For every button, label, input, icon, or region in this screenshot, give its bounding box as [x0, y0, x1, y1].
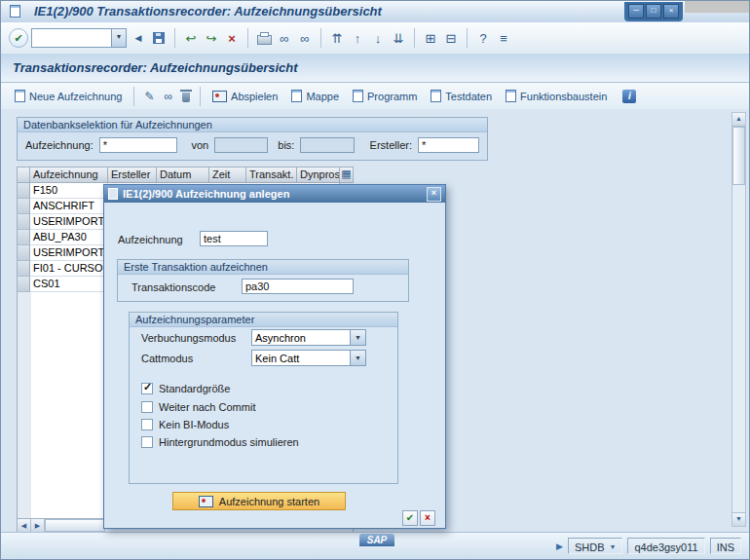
- system-field[interactable]: SHDB ▼: [568, 538, 623, 554]
- ersteller-input[interactable]: *: [418, 137, 479, 153]
- bis-input[interactable]: [300, 137, 354, 153]
- kein-bi-modus-label: Kein BI-Modus: [159, 419, 229, 430]
- row-selector[interactable]: [17, 277, 30, 292]
- minimize-button[interactable]: ─: [628, 4, 644, 19]
- edit-pencil-icon[interactable]: ✎: [140, 88, 158, 105]
- row-selector[interactable]: [17, 245, 30, 261]
- row-selector[interactable]: [17, 199, 30, 214]
- page-down-icon[interactable]: ↓: [369, 28, 387, 48]
- cell-aufzeichnung[interactable]: CS01: [30, 277, 108, 292]
- aufzeichnung-starten-button[interactable]: Aufzeichnung starten: [172, 492, 346, 510]
- find-icon[interactable]: ∞: [276, 28, 293, 48]
- trash-glyph: [182, 93, 190, 102]
- chevron-down-icon[interactable]: ▼: [609, 543, 616, 550]
- selection-groupbox: Datenbankselektion für Aufzeichnungen Au…: [17, 117, 488, 161]
- dialog-close-icon[interactable]: ×: [427, 187, 441, 202]
- cell-aufzeichnung[interactable]: F150: [30, 183, 108, 199]
- table-settings-grid-icon[interactable]: ▦: [340, 167, 354, 183]
- row-selector[interactable]: [17, 261, 30, 277]
- print-icon[interactable]: [255, 28, 273, 48]
- info-icon[interactable]: i: [619, 88, 640, 105]
- help-icon[interactable]: ?: [474, 28, 492, 48]
- cell-aufzeichnung[interactable]: USERIMPORT: [30, 214, 108, 230]
- weiter-nach-commit-checkbox[interactable]: [141, 401, 153, 413]
- shortcut-icon[interactable]: ⊟: [442, 28, 460, 48]
- chevron-down-icon[interactable]: ▼: [350, 330, 365, 345]
- cell-aufzeichnung[interactable]: ABU_PA30: [30, 230, 108, 245]
- transaktionscode-input[interactable]: pa30: [242, 279, 354, 294]
- dialog-titlebar[interactable]: IE1(2)/900 Aufzeichnung anlegen ×: [104, 185, 445, 203]
- mappe-button[interactable]: Mappe: [285, 88, 345, 104]
- weiter-nach-commit-label: Weiter nach Commit: [159, 401, 255, 413]
- funktionsbaustein-button[interactable]: Funktionsbaustein: [500, 88, 613, 104]
- column-header-datum[interactable]: Datum: [157, 167, 209, 183]
- aufzeichnung-input[interactable]: *: [99, 137, 178, 153]
- programm-button[interactable]: Programm: [347, 88, 423, 104]
- von-input[interactable]: [214, 137, 268, 153]
- screen-corner: [685, 1, 749, 13]
- customize-icon[interactable]: ≡: [495, 28, 512, 48]
- dialog-aufzeichnung-input[interactable]: test: [200, 231, 268, 246]
- main-vertical-scrollbar[interactable]: ▲ ▼: [731, 112, 746, 527]
- display-glasses-icon[interactable]: ∞: [160, 88, 176, 105]
- message-expand-icon[interactable]: ▶: [556, 541, 563, 551]
- aufzeichnung-starten-label: Aufzeichnung starten: [219, 496, 319, 507]
- column-header-zeit[interactable]: Zeit: [209, 167, 246, 183]
- close-button[interactable]: ×: [663, 4, 679, 19]
- exit-icon[interactable]: ↪: [203, 28, 220, 48]
- sap-logo: SAP: [359, 534, 394, 546]
- column-header-transakt[interactable]: Transakt.: [246, 167, 297, 183]
- enter-icon[interactable]: ✔: [9, 28, 28, 48]
- column-header-dynpros[interactable]: Dynpros: [297, 167, 340, 183]
- insert-mode-field[interactable]: INS: [710, 538, 741, 554]
- command-dropdown-icon[interactable]: ▼: [111, 29, 126, 47]
- scrollbar-thumb[interactable]: [45, 519, 105, 532]
- hintergrundmodus-checkbox[interactable]: [141, 436, 153, 448]
- maximize-button[interactable]: □: [646, 4, 661, 19]
- last-page-icon[interactable]: ⇊: [390, 28, 407, 48]
- first-page-icon[interactable]: ⇈: [328, 28, 346, 48]
- standard-toolbar: ✔ ▼ ◀ ↩ ↪ × ∞ ∞ ⇈ ↑ ↓ ⇊ ⊞ ⊟ ? ≡: [1, 22, 749, 55]
- kein-bi-modus-checkbox[interactable]: [141, 419, 153, 430]
- mappe-icon: [291, 90, 302, 102]
- scroll-down-icon[interactable]: ▼: [732, 512, 745, 526]
- column-header-ersteller[interactable]: Ersteller: [108, 167, 157, 183]
- cell-aufzeichnung[interactable]: FI01 - CURSO: [30, 261, 108, 277]
- collapse-command-icon[interactable]: ◀: [130, 28, 147, 48]
- delete-trash-icon[interactable]: [178, 89, 194, 104]
- scroll-right-icon[interactable]: ▶: [31, 519, 45, 532]
- dialog-ok-check-icon[interactable]: ✔: [402, 510, 418, 526]
- back-icon[interactable]: ↩: [182, 28, 200, 48]
- toolbar-separator: [200, 87, 201, 106]
- column-header-aufzeichnung[interactable]: Aufzeichnung: [30, 167, 108, 183]
- erste-transaktion-title: Erste Transaktion aufzeichnen: [118, 260, 408, 275]
- row-selector[interactable]: [17, 230, 30, 245]
- cell-aufzeichnung[interactable]: ANSCHRIFT: [30, 199, 108, 214]
- system-id: SHDB: [575, 541, 605, 553]
- dialog-cancel-x-icon[interactable]: ×: [420, 510, 435, 526]
- mappe-label: Mappe: [306, 91, 339, 102]
- von-label: von: [191, 139, 208, 151]
- neue-aufzeichnung-button[interactable]: Neue Aufzeichnung: [9, 88, 128, 104]
- page-up-icon[interactable]: ↑: [349, 28, 366, 48]
- row-selector[interactable]: [17, 183, 30, 199]
- cattmodus-dropdown[interactable]: Kein Catt ▼: [251, 350, 366, 366]
- save-icon[interactable]: [150, 28, 168, 48]
- verbuchungsmodus-dropdown[interactable]: Asynchron ▼: [251, 329, 366, 346]
- find-next-icon[interactable]: ∞: [296, 28, 314, 48]
- toolbar-separator: [414, 28, 415, 48]
- cell-aufzeichnung[interactable]: USERIMPORT: [30, 245, 108, 261]
- window-title: IE1(2)/900 Transaktionsrecorder: Aufzeic…: [34, 4, 382, 19]
- testdaten-button[interactable]: Testdaten: [425, 88, 498, 104]
- abspielen-button[interactable]: Abspielen: [206, 89, 283, 104]
- scrollbar-thumb[interactable]: [732, 127, 745, 185]
- standardgroesse-label: Standardgröße: [159, 383, 230, 394]
- scroll-left-icon[interactable]: ◀: [18, 519, 31, 532]
- standardgroesse-checkbox[interactable]: [141, 383, 153, 394]
- chevron-down-icon[interactable]: ▼: [350, 351, 365, 365]
- command-field[interactable]: ▼: [31, 28, 127, 48]
- scroll-up-icon[interactable]: ▲: [732, 113, 745, 127]
- cancel-icon[interactable]: ×: [223, 28, 241, 48]
- new-session-icon[interactable]: ⊞: [422, 28, 439, 48]
- row-selector[interactable]: [17, 214, 30, 230]
